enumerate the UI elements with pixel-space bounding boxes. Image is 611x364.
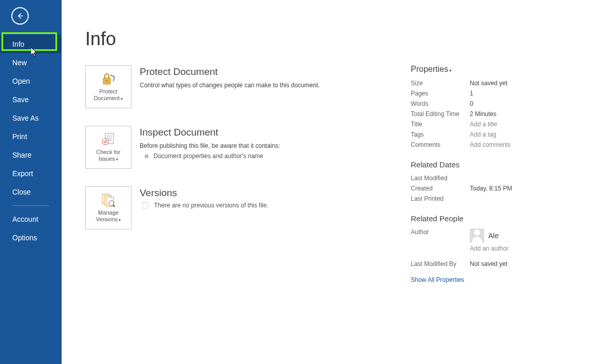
check-for-issues-button[interactable]: Check for Issues <box>85 126 131 169</box>
prop-author: Author Ale Add an author <box>411 227 601 254</box>
sidebar-item-info[interactable]: Info <box>0 35 62 53</box>
add-author-field[interactable]: Add an author <box>470 245 508 252</box>
sidebar-item-label: Share <box>12 151 31 159</box>
sidebar-item-save[interactable]: Save <box>0 90 62 109</box>
sidebar-item-save-as[interactable]: Save As <box>0 109 62 127</box>
svg-rect-12 <box>143 202 148 208</box>
sidebar-item-label: Info <box>12 40 24 48</box>
tile-label: Protect Document <box>94 88 123 102</box>
prop-title[interactable]: TitleAdd a title <box>411 119 601 129</box>
protect-heading: Protect Document <box>140 66 381 78</box>
prop-editing-time: Total Editing Time2 Minutes <box>411 109 601 119</box>
sidebar-item-export[interactable]: Export <box>0 164 62 183</box>
versions-desc: There are no previous versions of this f… <box>140 202 381 209</box>
prop-words: Words0 <box>411 99 601 109</box>
author-name: Ale <box>488 232 499 240</box>
arrow-left-icon <box>16 12 24 20</box>
sidebar-item-close[interactable]: Close <box>0 183 62 201</box>
author-entry[interactable]: Ale <box>470 228 508 243</box>
prop-pages: Pages1 <box>411 88 601 99</box>
sidebar-item-share[interactable]: Share <box>0 146 62 164</box>
protect-desc: Control what types of changes people can… <box>140 81 381 90</box>
prop-last-printed: Last Printed <box>411 194 601 204</box>
page-title: Info <box>85 28 587 50</box>
show-all-properties-link[interactable]: Show All Properties <box>411 276 601 283</box>
inspect-bullet: Document properties and author's name <box>140 152 381 160</box>
document-dashed-icon <box>142 202 149 209</box>
sidebar-item-account[interactable]: Account <box>0 210 62 228</box>
prop-last-modified: Last Modified <box>411 173 601 183</box>
sidebar-item-label: Print <box>12 132 27 141</box>
prop-tags[interactable]: TagsAdd a tag <box>411 129 601 140</box>
prop-size: SizeNot saved yet <box>411 78 601 88</box>
sidebar-item-open[interactable]: Open <box>0 72 62 90</box>
sidebar-item-label: Options <box>12 234 37 242</box>
back-button[interactable] <box>11 7 29 25</box>
lock-icon <box>100 72 117 86</box>
sidebar-item-new[interactable]: New <box>0 53 62 72</box>
sidebar-item-label: Close <box>12 188 31 196</box>
backstage-sidebar: Info New Open Save Save As Print Share E… <box>0 0 62 364</box>
avatar-icon <box>470 228 484 243</box>
main-panel: Info Protect Document Protect Document C… <box>62 0 611 364</box>
bullet-icon <box>145 155 148 158</box>
sidebar-item-label: Account <box>12 215 39 223</box>
sidebar-item-label: Save <box>12 95 29 104</box>
document-check-icon <box>100 132 117 147</box>
svg-rect-9 <box>106 197 113 206</box>
related-dates-heading: Related Dates <box>411 160 601 169</box>
prop-comments[interactable]: CommentsAdd comments <box>411 140 601 150</box>
versions-icon <box>100 193 117 207</box>
sidebar-item-label: Export <box>12 169 33 178</box>
versions-heading: Versions <box>140 187 381 199</box>
sidebar-item-label: New <box>12 59 27 67</box>
sidebar-divider <box>12 205 49 206</box>
prop-last-modified-by: Last Modified By Not saved yet <box>411 259 601 269</box>
properties-dropdown[interactable]: Properties <box>411 65 601 74</box>
prop-created: CreatedToday, 8:15 PM <box>411 183 601 194</box>
sidebar-item-label: Open <box>12 77 30 85</box>
sidebar-item-print[interactable]: Print <box>0 127 62 146</box>
sidebar-item-options[interactable]: Options <box>0 228 62 247</box>
sidebar-item-label: Save As <box>12 114 39 122</box>
manage-versions-button[interactable]: Manage Versions <box>85 186 131 229</box>
related-people-heading: Related People <box>411 214 601 223</box>
tile-label: Manage Versions <box>96 209 121 223</box>
svg-point-1 <box>106 80 108 82</box>
inspect-heading: Inspect Document <box>140 127 381 138</box>
inspect-desc: Before publishing this file, be aware th… <box>140 141 381 150</box>
properties-panel: Properties SizeNot saved yet Pages1 Word… <box>411 65 601 283</box>
tile-label: Check for Issues <box>96 149 120 162</box>
protect-document-button[interactable]: Protect Document <box>85 65 131 108</box>
